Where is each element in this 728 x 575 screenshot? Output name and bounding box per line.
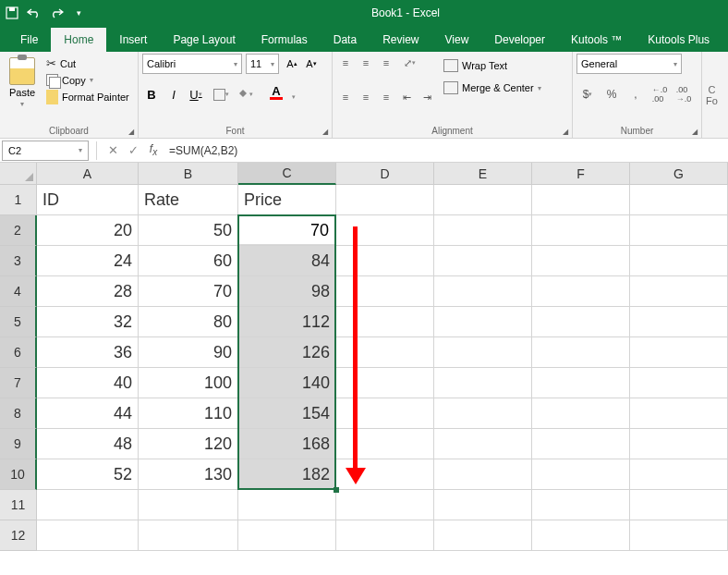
cell[interactable] <box>630 368 728 398</box>
align-middle-button[interactable]: ≡ <box>357 54 375 72</box>
cell[interactable] <box>37 520 139 551</box>
cell[interactable] <box>336 459 434 490</box>
paste-button[interactable]: Paste ▾ <box>4 54 41 124</box>
cell[interactable] <box>139 520 238 551</box>
cell[interactable] <box>630 429 728 459</box>
cell[interactable] <box>532 307 630 337</box>
cell[interactable] <box>532 185 630 215</box>
formula-input[interactable]: =SUM(A2,B2) <box>164 144 728 157</box>
cell[interactable]: 100 <box>139 368 238 398</box>
cell[interactable] <box>630 490 728 520</box>
cell[interactable]: Price <box>238 185 336 215</box>
cell[interactable]: 28 <box>37 276 139 307</box>
cell[interactable] <box>336 490 434 520</box>
align-bottom-button[interactable]: ≡ <box>377 54 395 72</box>
cell[interactable]: 70 <box>238 215 336 246</box>
cell[interactable] <box>336 429 434 459</box>
cell[interactable] <box>336 337 434 368</box>
chevron-down-icon[interactable]: ▾ <box>292 93 296 101</box>
dialog-launcher[interactable]: ◢ <box>563 128 568 136</box>
tab-kutools-plus[interactable]: Kutools Plus <box>635 28 722 52</box>
cut-button[interactable]: ✂ Cut <box>44 55 131 71</box>
cell[interactable]: 52 <box>37 459 139 490</box>
tab-insert[interactable]: Insert <box>106 28 160 52</box>
cell[interactable]: 126 <box>238 337 336 368</box>
cancel-formula-button[interactable]: ✕ <box>103 141 123 161</box>
cell[interactable]: 80 <box>139 307 238 337</box>
cell[interactable]: 182 <box>238 459 336 490</box>
column-header-g[interactable]: G <box>630 163 728 185</box>
cell[interactable] <box>434 185 532 215</box>
enter-formula-button[interactable]: ✓ <box>123 141 143 161</box>
cell[interactable] <box>532 429 630 459</box>
cell[interactable]: 40 <box>37 368 139 398</box>
cell[interactable] <box>532 276 630 307</box>
cell[interactable] <box>434 429 532 459</box>
cell[interactable] <box>336 307 434 337</box>
cell[interactable]: Rate <box>139 185 238 215</box>
row-header[interactable]: 7 <box>0 368 37 398</box>
font-name-select[interactable]: Calibri ▾ <box>142 54 242 74</box>
cell[interactable]: 32 <box>37 307 139 337</box>
cell[interactable] <box>630 459 728 490</box>
tab-developer[interactable]: Developer <box>481 28 558 52</box>
cell[interactable] <box>532 398 630 429</box>
redo-button[interactable] <box>48 5 65 21</box>
cell[interactable] <box>532 337 630 368</box>
percent-button[interactable]: % <box>601 85 623 104</box>
cell[interactable]: 84 <box>238 246 336 276</box>
increase-decimal-button[interactable]: ←.0.00 <box>649 85 671 104</box>
cell[interactable] <box>434 520 532 551</box>
column-header-c[interactable]: C <box>238 163 336 185</box>
cell[interactable] <box>532 459 630 490</box>
cell[interactable] <box>434 459 532 490</box>
tab-data[interactable]: Data <box>321 28 370 52</box>
row-header[interactable]: 1 <box>0 185 37 215</box>
cell[interactable] <box>434 246 532 276</box>
cell[interactable]: 110 <box>139 398 238 429</box>
row-header[interactable]: 4 <box>0 276 37 307</box>
font-size-select[interactable]: 11 ▾ <box>246 54 279 74</box>
tab-page-layout[interactable]: Page Layout <box>160 28 248 52</box>
italic-button[interactable]: I <box>164 85 183 104</box>
cell[interactable] <box>336 185 434 215</box>
cell[interactable]: 50 <box>139 215 238 246</box>
tab-view[interactable]: View <box>432 28 482 52</box>
border-button[interactable]: ▾ <box>209 85 233 104</box>
chevron-down-icon[interactable]: ▾ <box>79 146 82 154</box>
cell[interactable] <box>630 520 728 551</box>
row-header[interactable]: 11 <box>0 490 37 520</box>
cell[interactable]: 90 <box>139 337 238 368</box>
tab-file[interactable]: File <box>7 28 51 52</box>
cell[interactable] <box>37 490 139 520</box>
cell[interactable] <box>434 398 532 429</box>
wrap-text-button[interactable]: Wrap Text <box>440 57 545 74</box>
tab-formulas[interactable]: Formulas <box>249 28 321 52</box>
tab-review[interactable]: Review <box>370 28 431 52</box>
cell[interactable] <box>434 276 532 307</box>
merge-center-button[interactable]: Merge & Center ▾ <box>440 80 545 96</box>
cell[interactable] <box>434 215 532 246</box>
cell[interactable]: 98 <box>238 276 336 307</box>
undo-button[interactable] <box>26 5 42 21</box>
cell[interactable] <box>532 246 630 276</box>
cell[interactable] <box>336 520 434 551</box>
column-header-f[interactable]: F <box>532 163 630 185</box>
tab-home[interactable]: Home <box>51 28 106 52</box>
cell[interactable]: 70 <box>139 276 238 307</box>
grid-body[interactable]: 1IDRatePrice2205070324608442870985328011… <box>0 185 728 551</box>
copy-button[interactable]: Copy ▾ <box>44 73 131 87</box>
cell[interactable]: 60 <box>139 246 238 276</box>
cell[interactable]: 48 <box>37 429 139 459</box>
row-header[interactable]: 8 <box>0 398 37 429</box>
cell[interactable] <box>336 246 434 276</box>
number-format-select[interactable]: General ▾ <box>576 54 682 74</box>
cell[interactable]: ID <box>37 185 139 215</box>
cell[interactable] <box>630 307 728 337</box>
dialog-launcher[interactable]: ◢ <box>322 128 328 136</box>
cell[interactable] <box>630 337 728 368</box>
cell[interactable]: 44 <box>37 398 139 429</box>
cell[interactable] <box>238 490 336 520</box>
cell[interactable]: 24 <box>37 246 139 276</box>
decrease-decimal-button[interactable]: .00→.0 <box>673 85 695 104</box>
